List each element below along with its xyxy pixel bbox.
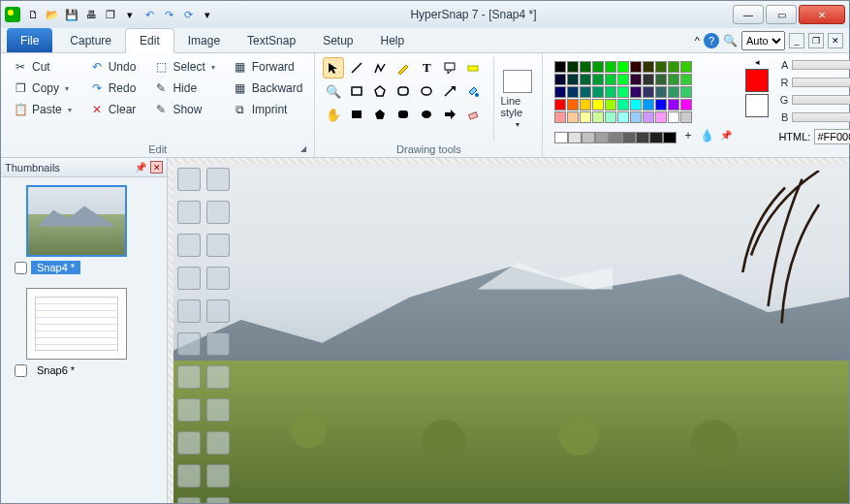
color-swatch[interactable]: [655, 99, 667, 110]
tool-flood-fill[interactable]: [462, 80, 484, 102]
thumbnail-label[interactable]: Snap6 *: [31, 363, 80, 377]
thumbnail-image[interactable]: [26, 288, 127, 360]
color-swatch[interactable]: [630, 99, 642, 110]
canvas[interactable]: [173, 164, 849, 503]
cut-button[interactable]: ✂Cut: [9, 57, 76, 77]
tool-polygon[interactable]: [369, 80, 391, 102]
color-swatch[interactable]: [605, 61, 616, 73]
tool-pointer[interactable]: [323, 57, 344, 79]
menu-textsnap[interactable]: TextSnap: [234, 28, 309, 52]
color-swatch[interactable]: [605, 74, 616, 85]
tool-arrow-filled[interactable]: [439, 104, 460, 125]
eyedropper-icon[interactable]: 💧: [700, 129, 714, 142]
panel-close-icon[interactable]: ✕: [150, 161, 163, 173]
green-slider[interactable]: [792, 95, 850, 105]
color-swatch[interactable]: [554, 61, 566, 73]
gray-swatch[interactable]: [582, 132, 595, 143]
thumbnail-image[interactable]: [26, 185, 127, 257]
zoom-select[interactable]: Auto: [741, 31, 785, 50]
qat-save-icon[interactable]: 💾: [63, 6, 80, 23]
gray-swatch[interactable]: [663, 132, 677, 143]
color-swatch[interactable]: [668, 111, 679, 123]
gray-swatch[interactable]: [568, 132, 582, 143]
tool-arrow[interactable]: [439, 80, 460, 102]
panel-pin-icon[interactable]: 📌: [135, 162, 146, 173]
mdi-restore-button[interactable]: ❐: [808, 33, 824, 48]
menu-setup[interactable]: Setup: [309, 28, 366, 52]
color-swatch[interactable]: [592, 74, 604, 85]
color-swatch[interactable]: [605, 111, 616, 123]
help-icon[interactable]: ?: [704, 33, 719, 48]
color-swatch[interactable]: [567, 111, 579, 123]
qat-undo-icon[interactable]: ↶: [141, 6, 158, 23]
color-swatch[interactable]: [580, 74, 591, 85]
menu-capture[interactable]: Capture: [56, 28, 125, 52]
color-swatch[interactable]: [554, 74, 566, 85]
paste-button[interactable]: 📋Paste▾: [9, 100, 76, 119]
gray-swatch[interactable]: [622, 132, 636, 143]
ribbon-min-icon[interactable]: ^: [695, 35, 700, 47]
color-swatch[interactable]: [643, 74, 654, 85]
color-swatch[interactable]: [580, 86, 591, 98]
tool-pan[interactable]: ✋: [323, 104, 344, 125]
color-swatch[interactable]: [643, 86, 654, 98]
tool-eraser[interactable]: [462, 104, 484, 125]
copy-button[interactable]: ❐Copy▾: [9, 79, 76, 98]
color-swatch[interactable]: [655, 86, 667, 98]
color-swatch[interactable]: [630, 111, 642, 123]
select-button[interactable]: ⬚Select▾: [149, 57, 218, 77]
color-swatch[interactable]: [680, 61, 692, 73]
add-color-icon[interactable]: ＋: [682, 127, 694, 143]
zoom-icon[interactable]: 🔍: [723, 34, 738, 47]
minimize-button[interactable]: —: [733, 5, 764, 24]
qat-repeat-icon[interactable]: ⟳: [179, 6, 197, 23]
chevron-down-icon[interactable]: ▾: [65, 84, 69, 93]
alpha-slider[interactable]: [792, 60, 850, 70]
tool-ellipse-filled[interactable]: [416, 104, 437, 125]
color-swatch[interactable]: [617, 86, 629, 98]
color-swatch[interactable]: [617, 74, 629, 85]
tool-rounded-filled[interactable]: [393, 104, 414, 125]
menu-image[interactable]: Image: [174, 28, 234, 52]
show-button[interactable]: ✎Show: [149, 100, 218, 119]
html-color-input[interactable]: [814, 129, 850, 144]
color-swatch[interactable]: [668, 99, 679, 110]
thumbnail-checkbox[interactable]: [15, 364, 27, 377]
mdi-close-button[interactable]: ✕: [828, 33, 843, 48]
backward-button[interactable]: ▦Backward: [229, 79, 307, 98]
menu-file[interactable]: File: [7, 28, 52, 52]
tool-rounded-rect[interactable]: [393, 80, 414, 102]
color-swatch[interactable]: [630, 61, 642, 73]
blue-slider[interactable]: [792, 112, 850, 122]
tool-text[interactable]: T: [416, 57, 437, 79]
swap-colors-icon[interactable]: ◂: [755, 57, 760, 67]
imprint-button[interactable]: ⧉Imprint: [229, 100, 307, 119]
mdi-minimize-button[interactable]: _: [789, 33, 804, 48]
gray-swatch[interactable]: [595, 132, 609, 143]
tool-line[interactable]: [346, 57, 367, 79]
color-swatch[interactable]: [554, 111, 566, 123]
gray-swatch[interactable]: [649, 132, 663, 143]
color-swatch[interactable]: [655, 74, 667, 85]
color-swatch[interactable]: [580, 111, 591, 123]
color-swatch[interactable]: [554, 86, 566, 98]
qat-dropdown-icon[interactable]: ▾: [121, 6, 139, 23]
thumbnail-label[interactable]: Snap4 *: [31, 261, 80, 274]
chevron-down-icon[interactable]: ▾: [68, 106, 72, 114]
gray-swatch[interactable]: [609, 132, 622, 143]
color-swatch[interactable]: [580, 99, 591, 110]
color-swatch[interactable]: [592, 61, 604, 73]
color-swatch[interactable]: [554, 99, 566, 110]
qat-new-icon[interactable]: 🗋: [24, 6, 42, 23]
redo-button[interactable]: ↷Redo: [85, 79, 141, 98]
background-color[interactable]: [745, 94, 769, 117]
foreground-color[interactable]: [745, 69, 769, 92]
red-slider[interactable]: [792, 78, 850, 87]
color-swatch[interactable]: [567, 99, 579, 110]
gray-swatch[interactable]: [554, 132, 568, 143]
color-swatch[interactable]: [680, 111, 692, 123]
tool-rect-filled[interactable]: [346, 104, 367, 125]
color-swatch[interactable]: [668, 86, 679, 98]
chevron-down-icon[interactable]: ▾: [211, 63, 215, 72]
tool-polyline[interactable]: [369, 57, 391, 79]
